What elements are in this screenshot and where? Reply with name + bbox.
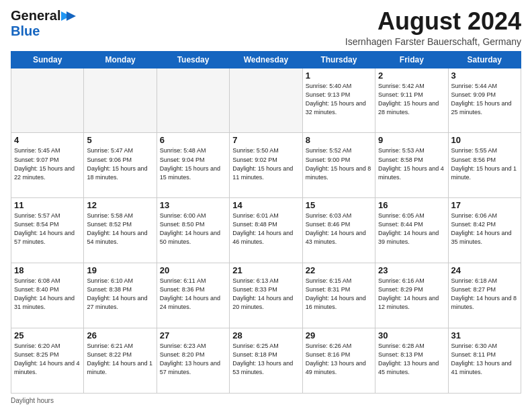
day-number: 25 [14,330,81,340]
day-number: 26 [87,330,153,340]
logo-arrow-icon [61,10,76,22]
day-number: 11 [14,200,81,210]
table-row: 5Sunrise: 5:47 AMSunset: 9:06 PMDaylight… [84,133,157,198]
day-number: 5 [87,135,153,145]
month-title: August 2024 [345,8,521,35]
day-number: 1 [306,71,372,81]
calendar-week-row: 25Sunrise: 6:20 AMSunset: 8:25 PMDayligh… [11,328,521,394]
day-number: 10 [451,135,518,145]
day-info: Sunrise: 5:50 AMSunset: 9:02 PMDaylight:… [232,146,299,181]
table-row [230,68,302,133]
col-tuesday: Tuesday [157,51,229,68]
calendar-week-row: 1Sunrise: 5:40 AMSunset: 9:13 PMDaylight… [11,68,521,133]
day-number: 2 [378,71,445,81]
table-row: 28Sunrise: 6:25 AMSunset: 8:18 PMDayligh… [230,328,302,394]
calendar-week-row: 4Sunrise: 5:45 AMSunset: 9:07 PMDaylight… [11,133,521,198]
day-info: Sunrise: 5:40 AMSunset: 9:13 PMDaylight:… [306,82,372,117]
day-info: Sunrise: 5:58 AMSunset: 8:52 PMDaylight:… [87,212,153,246]
day-number: 18 [14,265,81,275]
table-row: 31Sunrise: 6:30 AMSunset: 8:11 PMDayligh… [448,328,521,394]
day-info: Sunrise: 5:53 AMSunset: 8:58 PMDaylight:… [378,146,445,181]
table-row: 26Sunrise: 6:21 AMSunset: 8:22 PMDayligh… [84,328,157,394]
day-number: 17 [451,200,518,210]
table-row: 16Sunrise: 6:05 AMSunset: 8:44 PMDayligh… [375,198,448,263]
col-thursday: Thursday [302,51,375,68]
day-info: Sunrise: 6:03 AMSunset: 8:46 PMDaylight:… [306,212,372,246]
table-row: 7Sunrise: 5:50 AMSunset: 9:02 PMDaylight… [230,133,302,198]
table-row [157,68,229,133]
table-row: 9Sunrise: 5:53 AMSunset: 8:58 PMDaylight… [375,133,448,198]
day-info: Sunrise: 6:08 AMSunset: 8:40 PMDaylight:… [14,277,81,312]
table-row: 18Sunrise: 6:08 AMSunset: 8:40 PMDayligh… [11,263,84,328]
calendar-header-row: Sunday Monday Tuesday Wednesday Thursday… [11,51,521,68]
day-number: 12 [87,200,153,210]
svg-marker-1 [66,11,76,21]
table-row: 2Sunrise: 5:42 AMSunset: 9:11 PMDaylight… [375,68,448,133]
day-number: 24 [451,265,518,275]
table-row: 6Sunrise: 5:48 AMSunset: 9:04 PMDaylight… [157,133,229,198]
table-row: 12Sunrise: 5:58 AMSunset: 8:52 PMDayligh… [84,198,157,263]
day-info: Sunrise: 6:16 AMSunset: 8:29 PMDaylight:… [378,277,445,312]
day-info: Sunrise: 6:26 AMSunset: 8:16 PMDaylight:… [306,342,372,377]
table-row: 29Sunrise: 6:26 AMSunset: 8:16 PMDayligh… [302,328,375,394]
table-row: 19Sunrise: 6:10 AMSunset: 8:38 PMDayligh… [84,263,157,328]
title-block: August 2024 Isernhagen Farster Bauerscha… [345,8,521,47]
day-number: 23 [378,265,445,275]
table-row: 20Sunrise: 6:11 AMSunset: 8:36 PMDayligh… [157,263,229,328]
table-row: 22Sunrise: 6:15 AMSunset: 8:31 PMDayligh… [302,263,375,328]
day-number: 3 [451,71,518,81]
day-info: Sunrise: 6:10 AMSunset: 8:38 PMDaylight:… [87,277,153,312]
day-number: 19 [87,265,153,275]
logo-general: General [11,8,60,24]
table-row: 21Sunrise: 6:13 AMSunset: 8:33 PMDayligh… [230,263,302,328]
day-info: Sunrise: 5:47 AMSunset: 9:06 PMDaylight:… [87,146,153,181]
day-info: Sunrise: 5:52 AMSunset: 9:00 PMDaylight:… [306,146,372,181]
table-row: 8Sunrise: 5:52 AMSunset: 9:00 PMDaylight… [302,133,375,198]
table-row: 15Sunrise: 6:03 AMSunset: 8:46 PMDayligh… [302,198,375,263]
day-info: Sunrise: 5:45 AMSunset: 9:07 PMDaylight:… [14,146,81,181]
day-number: 8 [306,135,372,145]
col-monday: Monday [84,51,157,68]
day-info: Sunrise: 6:00 AMSunset: 8:50 PMDaylight:… [160,212,226,246]
page: General Blue August 2024 Isernhagen Fars… [0,0,532,411]
day-number: 29 [306,330,372,340]
table-row: 17Sunrise: 6:06 AMSunset: 8:42 PMDayligh… [448,198,521,263]
day-info: Sunrise: 6:23 AMSunset: 8:20 PMDaylight:… [160,342,226,377]
day-info: Sunrise: 6:13 AMSunset: 8:33 PMDaylight:… [232,277,299,312]
day-info: Sunrise: 6:18 AMSunset: 8:27 PMDaylight:… [451,277,518,312]
day-info: Sunrise: 6:21 AMSunset: 8:22 PMDaylight:… [87,342,153,377]
logo: General Blue [11,8,76,39]
day-info: Sunrise: 6:01 AMSunset: 8:48 PMDaylight:… [232,212,299,246]
day-info: Sunrise: 6:06 AMSunset: 8:42 PMDaylight:… [451,212,518,246]
table-row: 11Sunrise: 5:57 AMSunset: 8:54 PMDayligh… [11,198,84,263]
day-info: Sunrise: 6:28 AMSunset: 8:13 PMDaylight:… [378,342,445,377]
day-number: 7 [232,135,299,145]
calendar-week-row: 11Sunrise: 5:57 AMSunset: 8:54 PMDayligh… [11,198,521,263]
day-number: 22 [306,265,372,275]
day-number: 20 [160,265,226,275]
calendar-week-row: 18Sunrise: 6:08 AMSunset: 8:40 PMDayligh… [11,263,521,328]
day-number: 16 [378,200,445,210]
day-info: Sunrise: 6:30 AMSunset: 8:11 PMDaylight:… [451,342,518,377]
table-row: 27Sunrise: 6:23 AMSunset: 8:20 PMDayligh… [157,328,229,394]
day-info: Sunrise: 6:05 AMSunset: 8:44 PMDaylight:… [378,212,445,246]
table-row: 25Sunrise: 6:20 AMSunset: 8:25 PMDayligh… [11,328,84,394]
table-row [84,68,157,133]
day-number: 21 [232,265,299,275]
col-saturday: Saturday [448,51,521,68]
day-info: Sunrise: 5:48 AMSunset: 9:04 PMDaylight:… [160,146,226,181]
table-row: 4Sunrise: 5:45 AMSunset: 9:07 PMDaylight… [11,133,84,198]
day-number: 4 [14,135,81,145]
day-info: Sunrise: 5:42 AMSunset: 9:11 PMDaylight:… [378,82,445,117]
table-row: 14Sunrise: 6:01 AMSunset: 8:48 PMDayligh… [230,198,302,263]
col-friday: Friday [375,51,448,68]
daylight-label: Daylight hours [11,397,54,404]
table-row: 13Sunrise: 6:00 AMSunset: 8:50 PMDayligh… [157,198,229,263]
day-number: 30 [378,330,445,340]
day-info: Sunrise: 6:20 AMSunset: 8:25 PMDaylight:… [14,342,81,377]
table-row: 23Sunrise: 6:16 AMSunset: 8:29 PMDayligh… [375,263,448,328]
calendar-table: Sunday Monday Tuesday Wednesday Thursday… [11,51,521,394]
day-info: Sunrise: 5:55 AMSunset: 8:56 PMDaylight:… [451,146,518,181]
table-row: 24Sunrise: 6:18 AMSunset: 8:27 PMDayligh… [448,263,521,328]
day-info: Sunrise: 5:44 AMSunset: 9:09 PMDaylight:… [451,82,518,117]
